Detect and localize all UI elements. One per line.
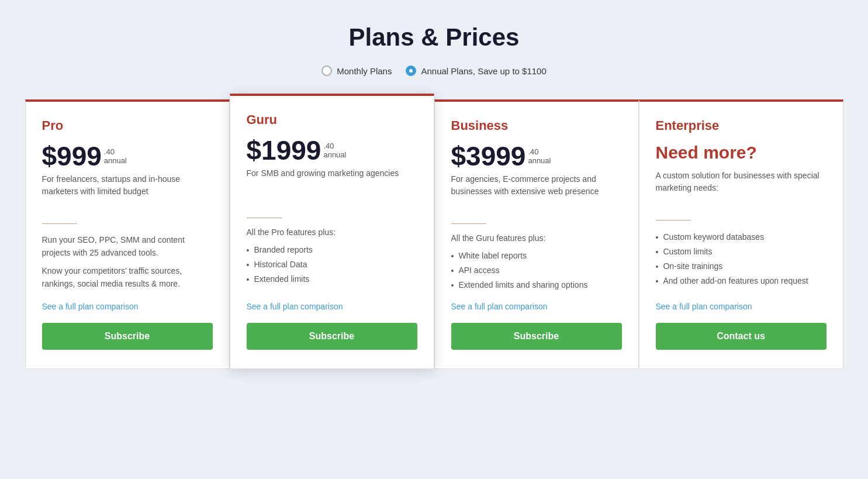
plan-card-business: Business $3999 .40 annual For agencies, …	[434, 99, 639, 369]
price-main-business: $3999	[451, 143, 526, 170]
plan-desc-pro: For freelancers, startups and in-house m…	[42, 173, 213, 208]
plan-divider-enterprise	[656, 220, 691, 220]
annual-label: Annual Plans, Save up to $1100	[421, 66, 546, 76]
price-period-pro: annual	[104, 156, 127, 165]
features-intro-business: All the Guru features plus:	[451, 233, 622, 243]
feature-item-business-1: API access	[451, 263, 622, 278]
monthly-label: Monthly Plans	[337, 66, 392, 76]
feature-item-enterprise-0: Custom keyword databases	[656, 230, 826, 244]
features-intro-guru: All the Pro features plus:	[247, 228, 417, 237]
pro-text1-pro: Run your SEO, PPC, SMM and content proje…	[42, 233, 213, 260]
billing-toggle: Monthly Plans Annual Plans, Save up to $…	[321, 66, 547, 76]
price-period-business: annual	[528, 156, 551, 165]
plans-container: Pro $999 .40 annual For freelancers, sta…	[25, 99, 843, 369]
feature-item-guru-2: Extended limits	[247, 272, 417, 287]
feature-item-enterprise-2: On-site trainings	[656, 259, 826, 274]
subscribe-button-business[interactable]: Subscribe	[451, 323, 622, 350]
plan-name-business: Business	[451, 118, 622, 133]
feature-item-enterprise-1: Custom limits	[656, 244, 826, 259]
plan-divider-guru	[247, 218, 282, 218]
annual-radio[interactable]	[406, 66, 416, 76]
plan-card-pro: Pro $999 .40 annual For freelancers, sta…	[25, 99, 230, 369]
comparison-link-business[interactable]: See a full plan comparison	[451, 302, 622, 311]
monthly-plans-option[interactable]: Monthly Plans	[321, 66, 392, 76]
price-period-guru: annual	[323, 150, 346, 159]
price-cents-pro: .40	[104, 147, 127, 156]
plan-desc-enterprise: A custom solution for businesses with sp…	[656, 170, 826, 205]
price-cents-business: .40	[528, 147, 551, 156]
contact-us-button[interactable]: Contact us	[656, 323, 826, 350]
plan-card-guru: Guru $1999 .40 annual For SMB and growin…	[230, 94, 434, 369]
price-cents-guru: .40	[323, 142, 346, 150]
plan-name-enterprise: Enterprise	[656, 118, 826, 133]
feature-item-enterprise-3: And other add-on features upon request	[656, 274, 826, 288]
features-list-business: White label reportsAPI accessExtended li…	[451, 249, 622, 292]
plan-divider-business	[451, 223, 486, 224]
plan-price-guru: $1999 .40 annual	[247, 137, 417, 164]
plan-name-guru: Guru	[247, 112, 417, 127]
plan-price-pro: $999 .40 annual	[42, 143, 213, 170]
features-list-guru: Branded reportsHistorical DataExtended l…	[247, 243, 417, 287]
need-more-text: Need more?	[656, 143, 826, 163]
pro-text2-pro: Know your competitors' traffic sources, …	[42, 264, 213, 291]
subscribe-button-guru[interactable]: Subscribe	[247, 323, 417, 350]
feature-item-business-0: White label reports	[451, 249, 622, 263]
annual-plans-option[interactable]: Annual Plans, Save up to $1100	[406, 66, 546, 76]
comparison-link-guru[interactable]: See a full plan comparison	[247, 302, 417, 311]
comparison-link-pro[interactable]: See a full plan comparison	[42, 302, 213, 311]
comparison-link-enterprise[interactable]: See a full plan comparison	[656, 302, 826, 311]
price-details-business: .40 annual	[528, 143, 551, 165]
feature-item-guru-0: Branded reports	[247, 243, 417, 257]
feature-item-guru-1: Historical Data	[247, 257, 417, 272]
price-details-guru: .40 annual	[323, 137, 346, 159]
plan-divider-pro	[42, 223, 77, 224]
price-main-guru: $1999	[247, 137, 321, 164]
plan-desc-guru: For SMB and growing marketing agencies	[247, 167, 417, 202]
features-list-enterprise: Custom keyword databasesCustom limitsOn-…	[656, 230, 826, 288]
plan-price-business: $3999 .40 annual	[451, 143, 622, 170]
plan-card-enterprise: EnterpriseNeed more?A custom solution fo…	[639, 99, 843, 369]
price-main-pro: $999	[42, 143, 102, 170]
feature-item-business-2: Extended limits and sharing options	[451, 278, 622, 292]
page-title: Plans & Prices	[349, 23, 520, 51]
plan-name-pro: Pro	[42, 118, 213, 133]
price-details-pro: .40 annual	[104, 143, 127, 165]
plan-desc-business: For agencies, E-commerce projects and bu…	[451, 173, 622, 208]
monthly-radio[interactable]	[321, 66, 332, 76]
subscribe-button-pro[interactable]: Subscribe	[42, 323, 213, 350]
